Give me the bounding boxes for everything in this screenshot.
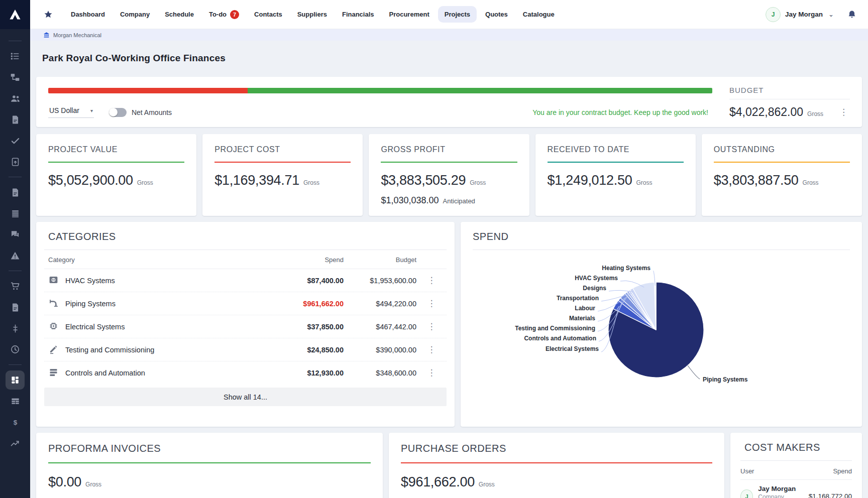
sidebar-item-users[interactable] [6,89,25,108]
stat-unit: Gross [636,179,652,186]
budget-kebab-menu-icon[interactable]: ⋮ [837,107,850,117]
sidebar-item-dashboard-grid[interactable] [6,370,25,390]
cost-makers-card: COST MAKERS User Spend J Jay Morgan Comp… [730,433,862,498]
categories-title: CATEGORIES [44,231,447,242]
cost-maker-row[interactable]: J Jay Morgan Company Director $1,168,772… [740,480,852,498]
nav-item-procurement[interactable]: Procurement [383,6,436,23]
nav-item-financials[interactable]: Financials [336,6,381,23]
main-column: DashboardCompanyScheduleTo-do7ContactsSu… [30,0,868,498]
stat-unit: Gross [303,179,319,186]
row-kebab-menu-icon[interactable]: ⋮ [425,275,438,286]
proforma-value: $0.00 [48,474,81,490]
chevron-down-icon: ⌄ [828,11,834,18]
budget-controls: US Dollar ▾ Net Amounts You are in your … [48,106,712,118]
favorite-star-icon[interactable] [43,10,53,20]
sidebar-item-rows[interactable] [6,204,25,223]
stat-label: PROJECT VALUE [48,145,184,154]
nav-item-label: Financials [342,11,374,18]
show-all-button[interactable]: Show all 14... [44,388,447,406]
cost-makers-header: User Spend [740,463,852,480]
nav-item-quotes[interactable]: Quotes [479,6,514,23]
cost-maker-role: Company Director [758,493,802,498]
pie-label-hvac-systems: HVAC Systems [575,275,618,282]
budget-value: $4,022,862.00 [729,105,803,119]
sidebar-item-warning[interactable] [6,246,25,265]
column-budget: Budget [344,256,416,264]
bottom-row: PROFORMA INVOICES $0.00 Gross PURCHASE O… [36,433,862,498]
user-menu[interactable]: J Jay Morgan ⌄ [766,7,834,22]
stat-underline [714,162,850,163]
nav-item-catalogue[interactable]: Catalogue [516,6,561,23]
column-category: Category [44,256,268,264]
sidebar-item-hierarchy[interactable] [6,68,25,87]
nav-item-schedule[interactable]: Schedule [158,6,200,23]
stat-underline [381,162,517,163]
category-row-electrical-systems[interactable]: Electrical Systems $37,850.00 $467,442.0… [44,315,447,338]
nav-item-company[interactable]: Company [114,6,156,23]
clock-icon [10,344,20,354]
proforma-title: PROFORMA INVOICES [48,443,371,454]
category-row-piping-systems[interactable]: Piping Systems $961,662.00 $494,220.00 ⋮ [44,292,447,315]
cost-makers-title: COST MAKERS [740,442,852,453]
budget-label: BUDGET [729,86,850,94]
sidebar-icon-menu: $ [6,29,25,454]
sidebar-item-clock[interactable] [6,340,25,359]
currency-select[interactable]: US Dollar ▾ [48,106,94,118]
nav-item-label: Contacts [254,11,282,18]
app-root: $ DashboardCompanyScheduleTo-do7Contacts… [0,0,868,498]
budget-card: US Dollar ▾ Net Amounts You are in your … [36,77,862,127]
sidebar-item-file-upload[interactable] [6,152,25,171]
category-row-hvac-systems[interactable]: HVAC Systems $87,400.00 $1,953,600.00 ⋮ [44,269,447,292]
sidebar-item-check[interactable] [6,131,25,150]
app-logo[interactable] [0,0,30,29]
row-kebab-menu-icon[interactable]: ⋮ [425,298,438,309]
nav-item-label: Catalogue [523,11,555,18]
row-kebab-menu-icon[interactable]: ⋮ [425,367,438,379]
testing-icon [48,344,59,356]
row-kebab-menu-icon[interactable]: ⋮ [425,321,438,332]
sidebar-item-trend-up[interactable] [6,434,25,453]
nav-item-suppliers[interactable]: Suppliers [291,6,334,23]
nav-item-label: To-do [209,11,227,18]
nav-item-to-do[interactable]: To-do7 [202,6,246,24]
category-row-testing-and-commissioning[interactable]: Testing and Commissioning $24,850.00 $39… [44,338,447,361]
controls-icon [48,367,59,379]
sidebar-item-table[interactable] [6,392,25,411]
dollar-icon: $ [11,418,20,427]
middle-row: CATEGORIES Category Spend Budget HVAC Sy… [36,222,862,427]
stat-card-gross-profit: GROSS PROFIT $3,883,505.29 Gross$1,030,0… [369,134,529,216]
nav-item-contacts[interactable]: Contacts [248,6,289,23]
nav-item-label: Procurement [389,11,429,18]
svg-text:$: $ [13,418,17,426]
stat-value: $3,803,887.50 [714,173,799,188]
sidebar-item-dollar[interactable]: $ [6,413,25,432]
pie-label-materials: Materials [569,315,595,322]
sidebar-item-sliders[interactable] [6,319,25,338]
sidebar-item-cart[interactable] [6,277,25,296]
row-kebab-menu-icon[interactable]: ⋮ [425,344,438,355]
sidebar-item-document[interactable] [6,298,25,317]
spend-title: SPEND [473,231,850,242]
stat-extra-unit: Anticipated [443,197,475,205]
stat-card-received-to-date: RECEIVED TO DATE $1,249,012.50 Gross [535,134,696,216]
pie-label-electrical-systems: Electrical Systems [546,345,599,352]
document-icon [11,188,20,197]
sidebar-item-document[interactable] [6,183,25,202]
sidebar-item-chat[interactable] [6,225,25,244]
nav-item-projects[interactable]: Projects [438,6,477,23]
nav-item-label: Projects [445,11,470,18]
pie-label-transportation: Transportation [557,295,599,302]
document-icon [11,115,20,125]
category-budget: $494,220.00 [344,300,416,308]
net-amounts-toggle[interactable]: Net Amounts [109,108,172,117]
toggle-knob [109,108,118,116]
sidebar-item-list[interactable] [6,47,25,66]
nav-item-dashboard[interactable]: Dashboard [64,6,112,23]
user-avatar: J [766,7,781,22]
sidebar-item-document[interactable] [6,110,25,129]
breadcrumb-company[interactable]: Morgan Mechanical [53,32,101,38]
category-row-controls-and-automation[interactable]: Controls and Automation $12,930.00 $348,… [44,361,447,385]
spend-pie-chart[interactable]: Heating SystemsHVAC SystemsDesignsTransp… [473,253,850,420]
stat-value: $1,169,394.71 [214,173,299,188]
notifications-bell-icon[interactable] [847,10,857,20]
